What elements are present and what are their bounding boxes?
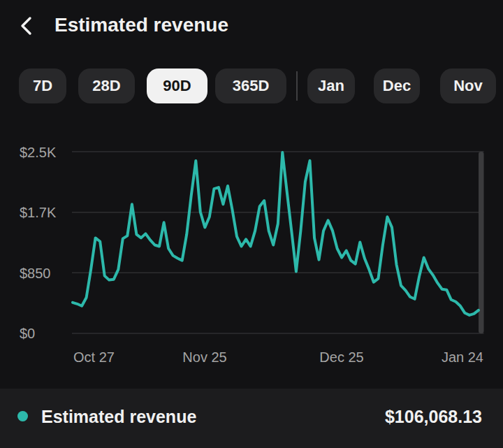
- back-button[interactable]: [15, 14, 39, 38]
- range-pill-7d[interactable]: 7D: [19, 68, 66, 103]
- month-pill-jan[interactable]: Jan: [307, 68, 355, 103]
- y-axis-tick-1700: $1.7K: [20, 204, 56, 221]
- chevron-left-icon: [15, 14, 39, 38]
- x-axis-tick-jan24: Jan 24: [442, 349, 483, 366]
- legend-dot: [17, 411, 28, 421]
- range-pill-28d[interactable]: 28D: [78, 68, 135, 103]
- month-pill-dec[interactable]: Dec: [374, 68, 420, 103]
- y-axis-tick-850: $850: [20, 265, 51, 282]
- x-axis-tick-nov25: Nov 25: [182, 349, 226, 366]
- y-axis-tick-0: $0: [20, 325, 35, 342]
- chart-scrubber-handle[interactable]: [479, 152, 484, 333]
- page-title: Estimated revenue: [54, 12, 228, 38]
- range-pill-90d[interactable]: 90D: [147, 68, 207, 103]
- range-pill-365d[interactable]: 365D: [215, 68, 286, 103]
- month-pill-nov[interactable]: Nov: [440, 68, 496, 103]
- x-axis-tick-dec25: Dec 25: [319, 349, 363, 366]
- pill-group-divider: [296, 71, 298, 101]
- revenue-series-line: [73, 152, 479, 315]
- y-axis-tick-2500: $2.5K: [20, 144, 56, 161]
- legend-total-value: $106,068.13: [385, 407, 482, 427]
- legend-label: Estimated revenue: [41, 407, 196, 427]
- revenue-line-chart[interactable]: [0, 0, 503, 448]
- x-axis-tick-oct27: Oct 27: [73, 349, 115, 366]
